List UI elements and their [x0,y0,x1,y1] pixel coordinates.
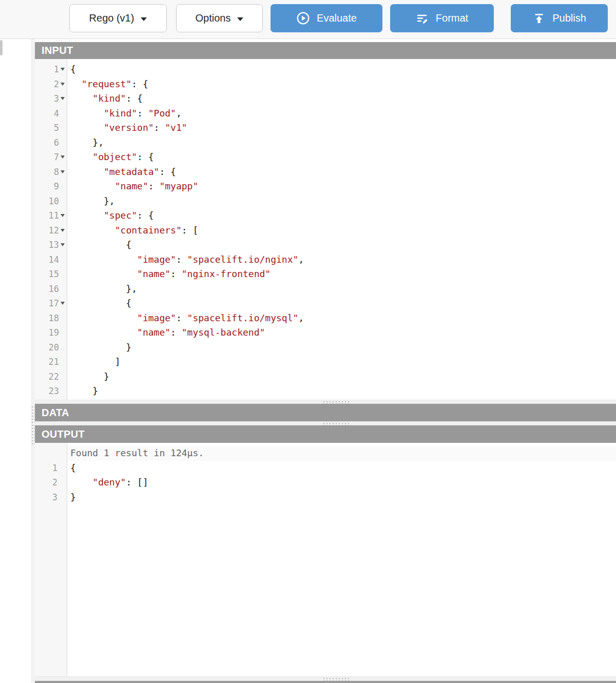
play-circle-icon [296,11,310,25]
code-line[interactable]: } [68,369,616,384]
evaluation-status: Found 1 result in 124µs. [68,446,616,461]
drag-grip-icon [322,677,351,680]
line-number: 1 [35,461,67,476]
fold-arrow-icon[interactable] [59,170,66,173]
chevron-down-icon [141,17,147,21]
evaluate-button[interactable]: Evaluate [271,4,382,32]
line-number: 23 [35,384,67,399]
upload-icon [532,12,546,25]
chevron-down-icon [237,17,243,21]
line-number: 3 [35,490,67,505]
line-number: 5 [35,121,67,135]
output-editor[interactable]: 123 Found 1 result in 124µs. { "deny": [… [35,443,616,676]
code-line[interactable]: "request": { [68,77,616,92]
code-line[interactable]: "version": "v1" [68,121,616,135]
fold-arrow-icon[interactable] [59,243,66,246]
line-number: 14 [35,252,67,267]
line-number: 19 [35,325,67,340]
publish-label: Publish [552,12,586,24]
line-number: 22 [35,369,67,384]
line-number: 3 [35,91,67,106]
code-line[interactable]: "containers": [ [68,223,616,238]
toolbar: Rego (v1) Options Evaluate [0,0,616,39]
code-line[interactable]: "metadata": { [68,165,616,180]
line-number: 20 [35,340,67,355]
code-line[interactable]: "image": "spacelift.io/mysql", [68,311,616,326]
line-number: 13 [35,238,67,252]
line-number: 7 [35,150,67,165]
code-line[interactable]: { [68,62,616,77]
next-panel-header [35,681,616,683]
line-number: 17 [35,296,67,311]
format-button[interactable]: Format [390,4,494,32]
line-number: 12 [35,223,67,238]
code-line[interactable]: ] [68,355,616,369]
code-line[interactable]: }, [68,282,616,297]
line-number: 1 [35,62,67,77]
code-line[interactable]: }, [68,135,616,150]
input-code-lines[interactable]: { "request": { "kind": { "kind": "Pod", … [68,62,616,399]
policy-playground: Rego (v1) Options Evaluate [0,0,616,683]
line-number: 10 [35,194,67,209]
options-label: Options [196,12,231,24]
output-code-lines[interactable]: Found 1 result in 124µs. { "deny": []} [68,446,616,504]
input-data-resize-handle[interactable] [35,400,616,404]
output-panel-header[interactable]: OUTPUT [35,425,616,443]
fold-arrow-icon[interactable] [59,302,66,305]
code-line[interactable]: "deny": [] [68,475,616,490]
input-panel-title: INPUT [42,45,73,56]
code-line[interactable]: "name": "mysql-backend" [68,325,616,340]
fold-arrow-icon[interactable] [59,97,66,100]
code-line[interactable]: "object": { [68,150,616,165]
fold-arrow-icon[interactable] [59,68,66,71]
line-number: 9 [35,179,67,194]
output-gutter-lines: 123 [35,446,67,504]
code-line[interactable]: "image": "spacelift.io/nginx", [68,252,616,267]
line-number: 2 [35,77,67,92]
line-number: 16 [35,282,67,297]
code-line[interactable]: { [68,461,616,476]
output-panel-title: OUTPUT [42,428,85,440]
fold-arrow-icon[interactable] [59,229,66,232]
line-number: 2 [35,475,67,490]
code-line[interactable]: } [68,340,616,355]
drag-grip-icon [31,405,34,445]
line-number: 21 [35,355,67,369]
code-line[interactable]: "kind": "Pod", [68,106,616,121]
code-line[interactable]: } [68,384,616,399]
code-line[interactable]: } [68,490,616,505]
data-output-resize-handle[interactable] [35,421,616,425]
gutter-spacer [35,446,67,461]
code-line[interactable]: }, [68,194,616,209]
line-number: 15 [35,267,67,282]
publish-button[interactable]: Publish [511,4,608,32]
format-icon [416,12,429,25]
format-label: Format [436,12,468,24]
options-dropdown[interactable]: Options [176,4,263,32]
code-line[interactable]: "name": "myapp" [68,179,616,194]
line-number: 4 [35,106,67,121]
evaluate-label: Evaluate [317,12,357,24]
code-line[interactable]: "spec": { [68,208,616,223]
output-bottom-resize-handle[interactable] [35,676,616,681]
fold-arrow-icon[interactable] [59,83,66,86]
fold-arrow-icon[interactable] [59,214,66,217]
input-editor[interactable]: 1234567891011121314151617181920212223 { … [35,59,616,400]
code-line[interactable]: { [68,296,616,311]
rego-version-label: Rego (v1) [89,12,134,24]
code-line[interactable]: "name": "nginx-frontend" [68,267,616,282]
line-number: 8 [35,165,67,180]
left-pane-scrollbar[interactable] [0,40,3,55]
input-gutter-lines: 1234567891011121314151617181920212223 [35,62,67,399]
input-panel-header[interactable]: INPUT [35,42,616,59]
line-number: 11 [35,208,67,223]
code-line[interactable]: "kind": { [68,91,616,106]
fold-arrow-icon[interactable] [59,155,66,159]
line-number: 18 [35,311,67,326]
data-panel-header[interactable]: DATA [35,404,616,421]
vertical-resize-handle[interactable] [31,39,35,683]
rego-version-dropdown[interactable]: Rego (v1) [69,4,167,32]
data-panel-title: DATA [42,407,69,419]
code-line[interactable]: { [68,238,616,252]
line-number: 6 [35,135,67,150]
